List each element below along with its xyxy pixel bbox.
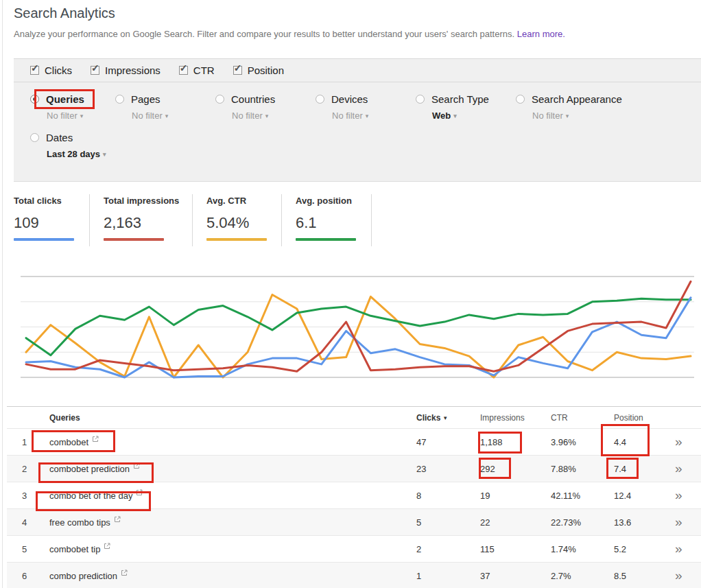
- cell-position: 12.4: [614, 491, 665, 501]
- dimension-row-2: Dates Last 28 days▾: [14, 132, 701, 159]
- dimension-pages-radio[interactable]: Pages: [115, 93, 215, 105]
- panel-left-border: [2, 0, 3, 588]
- query-text: combobet prediction: [49, 464, 130, 474]
- query-link[interactable]: combo bet of the day: [47, 491, 416, 501]
- filter-value: No filter: [232, 110, 263, 121]
- metric-toggle-impressions[interactable]: ✓ Impressions: [91, 64, 161, 76]
- stat-avg-ctr[interactable]: Avg. CTR 5.04%: [192, 194, 281, 246]
- dimension-search-type-radio[interactable]: Search Type: [416, 93, 516, 105]
- query-text: combo prediction: [49, 571, 117, 581]
- query-link[interactable]: combobet prediction: [47, 464, 416, 474]
- dimension-label: Search Type: [431, 93, 489, 105]
- expand-row-button[interactable]: »: [665, 541, 701, 556]
- dimension-label: Countries: [231, 93, 275, 105]
- dimension-pages-filter[interactable]: No filter▾: [132, 110, 215, 121]
- expand-row-button[interactable]: »: [665, 434, 701, 449]
- dimension-devices-radio[interactable]: Devices: [316, 93, 416, 105]
- radio-unselected-icon[interactable]: [30, 133, 39, 142]
- header-position[interactable]: Position: [614, 413, 665, 423]
- dimension-search-type: Search Type Web▾: [416, 93, 516, 121]
- stat-underline: [206, 238, 267, 241]
- row-rank: 2: [7, 464, 47, 474]
- chevron-down-icon: ▾: [103, 151, 106, 158]
- stat-label: Total impressions: [104, 196, 192, 206]
- stat-value: 109: [14, 214, 89, 232]
- table-row: 2combobet prediction232927.88%7.4»: [7, 455, 701, 482]
- stat-total-clicks[interactable]: Total clicks 109: [14, 194, 89, 246]
- cell-impressions: 22: [480, 517, 551, 528]
- checkbox-checked-icon[interactable]: ✓: [30, 66, 39, 75]
- checkbox-checked-icon[interactable]: ✓: [179, 66, 188, 75]
- header-clicks-sorted[interactable]: Clicks▼: [416, 413, 480, 423]
- dimension-search-appearance-radio[interactable]: Search Appearance: [516, 93, 667, 105]
- checkbox-checked-icon[interactable]: ✓: [233, 66, 242, 75]
- radio-unselected-icon[interactable]: [516, 95, 525, 104]
- cell-clicks: 8: [416, 491, 480, 501]
- expand-row-button[interactable]: »: [665, 568, 701, 583]
- metric-toggle-bar: ✓ Clicks ✓ Impressions ✓ CTR ✓ Position: [14, 59, 701, 82]
- query-text: free combo tips: [49, 517, 110, 528]
- expand-row-button[interactable]: »: [665, 461, 701, 476]
- header-ctr[interactable]: CTR: [551, 413, 614, 423]
- checkbox-checked-icon[interactable]: ✓: [91, 66, 99, 75]
- stat-value: 6.1: [296, 214, 371, 232]
- metric-toggle-clicks[interactable]: ✓ Clicks: [30, 64, 72, 76]
- table-row: 5combobet tip21151.74%5.2»: [7, 535, 701, 562]
- cell-ctr: 22.73%: [551, 517, 614, 528]
- radio-selected-icon[interactable]: [30, 95, 39, 104]
- cell-position: 4.4: [614, 437, 665, 447]
- metric-toggle-position[interactable]: ✓ Position: [233, 64, 284, 76]
- dimension-dates-filter[interactable]: Last 28 days▾: [47, 149, 115, 159]
- learn-more-link[interactable]: Learn more.: [517, 29, 565, 39]
- expand-row-button[interactable]: »: [665, 488, 701, 503]
- query-link[interactable]: combobet tip: [47, 544, 416, 554]
- chevron-down-icon: ▾: [566, 113, 569, 119]
- check-icon: ✓: [180, 62, 188, 73]
- stat-underline: [14, 238, 74, 241]
- query-link[interactable]: combo prediction: [47, 571, 416, 581]
- query-link[interactable]: free combo tips: [47, 517, 416, 528]
- dimension-queries-radio[interactable]: Queries: [30, 93, 115, 105]
- line-chart-svg: [21, 271, 694, 384]
- cell-position: 5.2: [614, 544, 665, 554]
- filter-value: No filter: [132, 110, 163, 121]
- filter-panel: ✓ Clicks ✓ Impressions ✓ CTR ✓ Position …: [14, 58, 701, 182]
- performance-line-chart[interactable]: [21, 271, 694, 384]
- page-description-text: Analyze your performance on Google Searc…: [14, 29, 514, 39]
- dimension-selector: Queries No filter▾ Pages No filter▾ Coun…: [14, 82, 701, 159]
- external-link-icon: [104, 543, 110, 550]
- row-rank: 1: [7, 437, 47, 447]
- dimension-label: Search Appearance: [532, 93, 622, 105]
- table-row: 1combobet471,1883.96%4.4»: [7, 428, 701, 455]
- dimension-countries-radio[interactable]: Countries: [215, 93, 316, 105]
- check-icon: ✓: [91, 62, 99, 73]
- header-impressions[interactable]: Impressions: [480, 413, 551, 423]
- dimension-search-type-filter[interactable]: Web▾: [432, 110, 516, 121]
- filter-value: No filter: [332, 110, 363, 121]
- table-row: 3combo bet of the day81942.11%12.4»: [7, 482, 701, 508]
- external-link-icon: [92, 436, 99, 443]
- radio-unselected-icon[interactable]: [416, 95, 425, 104]
- dimension-dates-radio[interactable]: Dates: [30, 132, 115, 143]
- chevron-down-icon: ▾: [366, 113, 369, 119]
- query-text: combobet: [49, 437, 88, 447]
- metric-toggle-label: Impressions: [105, 64, 161, 76]
- dimension-search-appearance-filter[interactable]: No filter▾: [532, 110, 667, 121]
- dimension-countries-filter[interactable]: No filter▾: [232, 110, 316, 121]
- stat-avg-position[interactable]: Avg. position 6.1: [281, 194, 372, 246]
- metric-toggle-ctr[interactable]: ✓ CTR: [179, 64, 215, 76]
- stat-underline: [296, 238, 356, 241]
- radio-unselected-icon[interactable]: [215, 95, 224, 104]
- dimension-devices-filter[interactable]: No filter▾: [332, 110, 416, 121]
- query-link[interactable]: combobet: [47, 437, 416, 447]
- stat-total-impressions[interactable]: Total impressions 2,163: [89, 194, 192, 246]
- dimension-queries-filter[interactable]: No filter▾: [47, 110, 115, 121]
- radio-unselected-icon[interactable]: [115, 95, 124, 104]
- cell-ctr: 2.7%: [551, 571, 614, 581]
- cell-position: 13.6: [614, 517, 665, 528]
- expand-row-button[interactable]: »: [665, 515, 701, 530]
- cell-impressions: 1,188: [480, 437, 551, 447]
- external-link-icon: [136, 489, 143, 496]
- radio-unselected-icon[interactable]: [316, 95, 324, 104]
- header-queries[interactable]: Queries: [47, 413, 416, 423]
